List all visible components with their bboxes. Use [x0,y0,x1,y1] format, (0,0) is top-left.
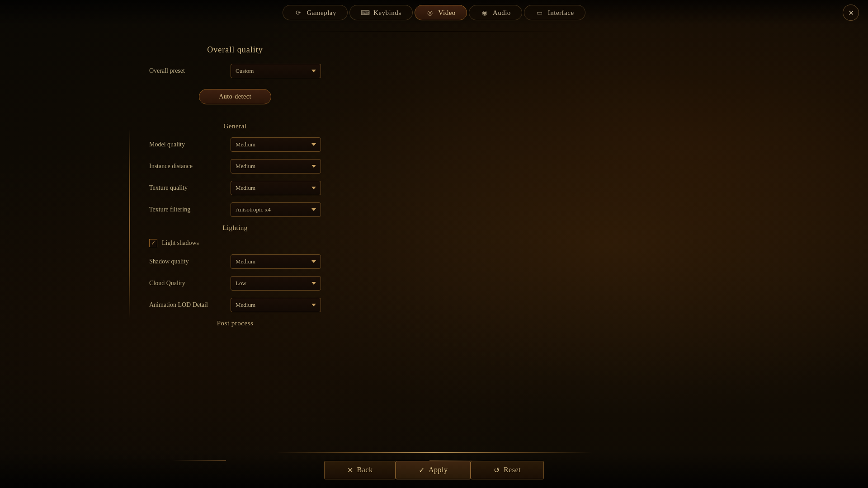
close-icon: ✕ [848,9,854,17]
texture-quality-dropdown[interactable]: Medium [231,181,321,195]
reset-label: Reset [504,466,521,474]
light-shadows-checkbox[interactable]: ✓ [149,239,157,247]
nav-bar: ⟳ Gameplay ⌨ Keybinds ◎ Video ◉ Audio ▭ … [0,0,868,25]
reset-icon: ↺ [494,466,500,474]
texture-quality-row: Texture quality Medium [149,181,321,195]
overall-quality-title: Overall quality [149,45,321,55]
cloud-quality-dropdown[interactable]: Low [231,276,321,291]
dropdown-arrow-icon [311,260,316,263]
lighting-section-title: Lighting [149,224,321,232]
shadow-quality-label: Shadow quality [149,258,231,265]
cloud-quality-value: Low [236,280,246,287]
auto-detect-label: Auto-detect [219,93,251,100]
apply-icon: ✓ [419,466,425,474]
dropdown-arrow-icon [311,165,316,168]
dropdown-arrow-icon [311,304,316,306]
tab-audio[interactable]: ◉ Audio [469,5,522,20]
reset-button[interactable]: ↺ Reset [471,461,544,479]
texture-filtering-value: Anisotropic x4 [236,206,271,213]
animation-lod-dropdown[interactable]: Medium [231,298,321,312]
background [0,0,868,488]
checkmark-icon: ✓ [151,240,156,247]
texture-quality-label: Texture quality [149,184,231,192]
dropdown-arrow-icon [311,282,316,285]
overall-preset-dropdown[interactable]: Custom [231,64,321,78]
dropdown-arrow-icon [311,143,316,146]
tab-video[interactable]: ◎ Video [415,5,467,20]
overall-quality-section: Overall quality [149,45,321,55]
shadow-quality-row: Shadow quality Medium [149,254,321,269]
interface-icon: ▭ [535,8,544,17]
overall-preset-value: Custom [236,67,254,75]
instance-distance-label: Instance distance [149,163,231,170]
gameplay-icon: ⟳ [294,8,303,17]
tab-video-label: Video [439,9,456,17]
overall-preset-row: Overall preset Custom [149,64,321,78]
apply-button[interactable]: ✓ Apply [396,461,471,479]
back-label: Back [357,466,373,474]
animation-lod-label: Animation LOD Detail [149,301,231,309]
tab-keybinds[interactable]: ⌨ Keybinds [349,5,413,20]
audio-icon: ◉ [480,8,489,17]
texture-filtering-dropdown[interactable]: Anisotropic x4 [231,202,321,217]
tab-keybinds-label: Keybinds [373,9,401,17]
vertical-line [129,129,130,319]
keybinds-icon: ⌨ [361,8,370,17]
cloud-quality-label: Cloud Quality [149,280,231,287]
main-content: Overall quality Overall preset Custom Au… [136,36,335,340]
apply-label: Apply [429,466,448,474]
texture-filtering-row: Texture filtering Anisotropic x4 [149,202,321,217]
texture-filtering-label: Texture filtering [149,206,231,213]
tab-audio-label: Audio [493,9,511,17]
cloud-quality-row: Cloud Quality Low [149,276,321,291]
back-button[interactable]: ✕ Back [324,461,396,479]
model-quality-label: Model quality [149,141,231,148]
post-process-title: Post process [149,319,321,327]
top-divider [298,26,570,35]
dropdown-arrow-icon [311,187,316,189]
shadow-quality-dropdown[interactable]: Medium [231,254,321,269]
tab-gameplay-label: Gameplay [307,9,336,17]
model-quality-dropdown[interactable]: Medium [231,137,321,152]
bottom-bar: ✕ Back ✓ Apply ↺ Reset [0,452,868,488]
model-quality-value: Medium [236,141,255,148]
instance-distance-row: Instance distance Medium [149,159,321,174]
tab-gameplay[interactable]: ⟳ Gameplay [283,5,348,20]
animation-lod-row: Animation LOD Detail Medium [149,298,321,312]
overall-preset-label: Overall preset [149,67,231,75]
tab-interface-label: Interface [548,9,574,17]
model-quality-row: Model quality Medium [149,137,321,152]
general-section-title: General [149,122,321,130]
auto-detect-button[interactable]: Auto-detect [199,89,271,104]
light-shadows-label: Light shadows [162,239,199,247]
video-icon: ◎ [426,8,435,17]
dropdown-arrow-icon [311,70,316,72]
back-icon: ✕ [347,466,354,474]
light-shadows-row: ✓ Light shadows [149,239,321,247]
dropdown-arrow-icon [311,208,316,211]
close-button[interactable]: ✕ [843,5,859,21]
shadow-quality-value: Medium [236,258,255,265]
tab-interface[interactable]: ▭ Interface [524,5,585,20]
texture-quality-value: Medium [236,184,255,192]
instance-distance-value: Medium [236,163,255,170]
animation-lod-value: Medium [236,301,255,309]
instance-distance-dropdown[interactable]: Medium [231,159,321,174]
